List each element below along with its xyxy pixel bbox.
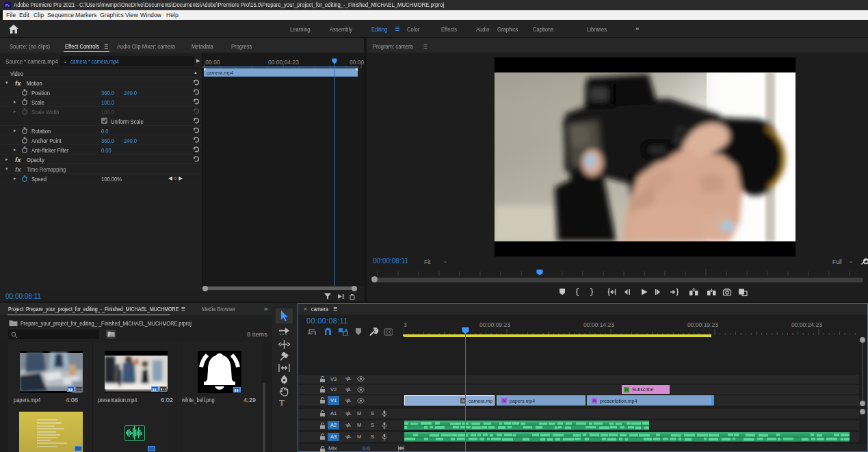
svg-text:20: 20 xyxy=(109,333,114,337)
